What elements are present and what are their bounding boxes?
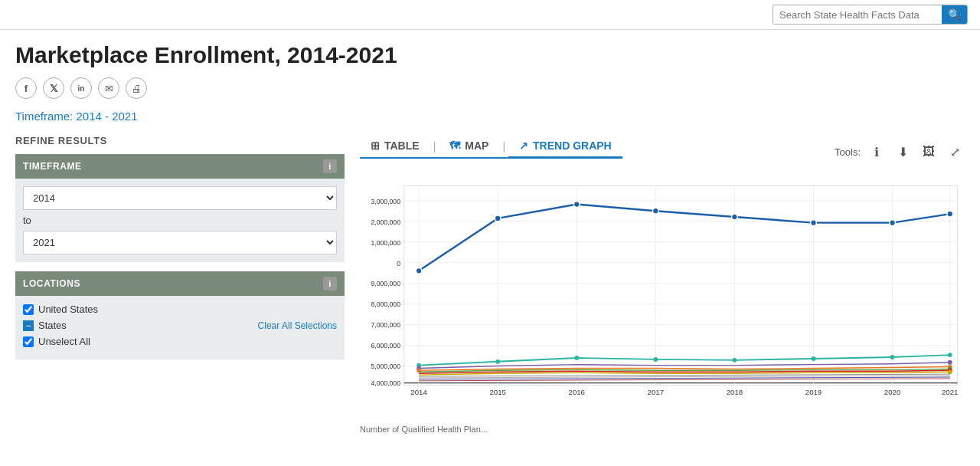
svg-text:9,000,000: 9,000,000 [371,281,400,288]
unselect-all-row: Unselect All [23,336,337,347]
svg-point-37 [416,267,422,274]
unselect-all-label[interactable]: Unselect All [38,336,90,347]
svg-text:2020: 2020 [884,388,900,396]
right-panel: ⊞ TABLE | 🗺 MAP | ↗ TREND GRAPH [360,135,965,434]
svg-text:3,000,000: 3,000,000 [371,198,400,205]
svg-point-38 [495,215,501,222]
svg-text:4,000,000: 4,000,000 [371,379,400,387]
tab-table[interactable]: ⊞ TABLE [360,135,430,159]
social-icons: f 𝕏 in ✉ 🖨 [15,77,965,99]
trend-chart: 3,000,000 2,000,000 1,000,000 0 9,000,00… [360,174,965,419]
tab-table-label: TABLE [384,139,420,152]
svg-text:2015: 2015 [489,388,505,396]
page-title: Marketplace Enrollment, 2014-2021 [15,42,965,68]
twitter-icon[interactable]: 𝕏 [43,77,64,99]
svg-text:2019: 2019 [805,388,822,396]
left-panel: REFINE RESULTS TIMEFRAME i 2014 2015 201… [15,135,345,434]
states-list: Unselect All [23,336,337,352]
tab-map-label: MAP [465,139,488,152]
svg-point-49 [733,358,737,363]
svg-point-59 [948,369,952,374]
tab-sep-2: | [502,140,505,153]
states-row: − States Clear All Selections [23,320,337,331]
page-content: Marketplace Enrollment, 2014-2021 f 𝕏 in… [0,30,980,446]
us-checkbox[interactable] [23,304,34,315]
search-input[interactable] [773,6,942,24]
svg-text:0: 0 [397,260,400,267]
linkedin-icon[interactable]: in [70,77,92,99]
svg-point-54 [948,360,952,365]
clear-all-link[interactable]: Clear All Selections [258,320,337,331]
svg-text:1,000,000: 1,000,000 [371,239,400,247]
svg-point-52 [948,353,952,357]
svg-text:2017: 2017 [648,388,664,396]
tools-label: Tools: [835,146,861,158]
print-icon[interactable]: 🖨 [126,77,147,99]
svg-text:2,000,000: 2,000,000 [371,218,400,226]
svg-point-39 [573,202,580,208]
search-container: 🔍 [773,5,968,25]
states-label: States [38,320,67,331]
svg-text:5,000,000: 5,000,000 [371,363,400,370]
tab-sep-1: | [433,140,436,153]
main-layout: REFINE RESULTS TIMEFRAME i 2014 2015 201… [15,135,965,434]
search-button[interactable]: 🔍 [942,5,967,24]
svg-text:7,000,000: 7,000,000 [371,321,400,329]
svg-text:2018: 2018 [727,388,743,396]
to-year-select[interactable]: 2014 2015 2016 2017 2018 2019 2020 2021 [23,231,337,254]
svg-point-46 [495,359,500,364]
image-tool-icon[interactable]: 🖼 [919,142,939,162]
timeframe-header: TIMEFRAME i [15,154,345,179]
svg-point-51 [890,355,895,359]
svg-point-44 [947,211,953,217]
svg-text:6,000,000: 6,000,000 [371,342,400,350]
svg-point-41 [732,214,738,220]
view-tabs: ⊞ TABLE | 🗺 MAP | ↗ TREND GRAPH [360,135,622,159]
expand-tool-icon[interactable]: ⤢ [945,142,965,162]
svg-point-48 [653,357,658,362]
top-bar: 🔍 [0,0,980,30]
timeframe-filter: TIMEFRAME i 2014 2015 2016 2017 2018 201… [15,154,345,262]
svg-point-40 [652,208,658,214]
timeframe-info-icon[interactable]: i [323,159,337,173]
svg-point-42 [811,220,817,226]
locations-header-label: LOCATIONS [23,278,80,289]
svg-rect-0 [404,185,958,385]
unselect-all-checkbox[interactable] [23,336,34,347]
svg-point-47 [574,356,579,360]
to-label: to [23,215,337,226]
svg-text:2021: 2021 [942,388,958,396]
tab-trend[interactable]: ↗ TREND GRAPH [508,135,622,159]
us-label[interactable]: United States [38,304,98,315]
email-icon[interactable]: ✉ [98,77,119,99]
trend-icon: ↗ [519,139,528,152]
tab-map[interactable]: 🗺 MAP [439,135,499,159]
chart-note: Number of Qualified Health Plan... [360,425,965,434]
from-year-select[interactable]: 2014 2015 2016 2017 2018 2019 2020 2021 [23,186,337,210]
map-icon: 🗺 [449,139,460,152]
locations-body: United States − States Clear All Selecti… [15,296,345,359]
download-tool-icon[interactable]: ⬇ [893,142,913,162]
svg-text:2014: 2014 [410,388,427,396]
tools-bar: Tools: ℹ ⬇ 🖼 ⤢ [835,142,965,162]
timeframe-header-label: TIMEFRAME [23,161,82,172]
timeframe-display: Timeframe: 2014 - 2021 [15,110,965,123]
us-checkbox-row: United States [23,304,337,315]
chart-container: 3,000,000 2,000,000 1,000,000 0 9,000,00… [360,174,965,434]
info-tool-icon[interactable]: ℹ [867,142,887,162]
tab-trend-label: TREND GRAPH [533,139,612,152]
svg-point-43 [890,220,896,226]
facebook-icon[interactable]: f [15,77,37,99]
table-icon: ⊞ [371,139,380,152]
locations-info-icon[interactable]: i [323,277,337,290]
states-toggle-icon[interactable]: − [23,320,34,331]
svg-text:2016: 2016 [569,388,585,396]
locations-filter: LOCATIONS i United States − States [15,271,345,359]
timeframe-body: 2014 2015 2016 2017 2018 2019 2020 2021 … [15,179,345,262]
states-left: − States [23,320,67,331]
locations-header: LOCATIONS i [15,271,345,296]
svg-text:8,000,000: 8,000,000 [371,300,400,308]
svg-point-50 [812,356,816,361]
refine-title: REFINE RESULTS [15,135,345,146]
